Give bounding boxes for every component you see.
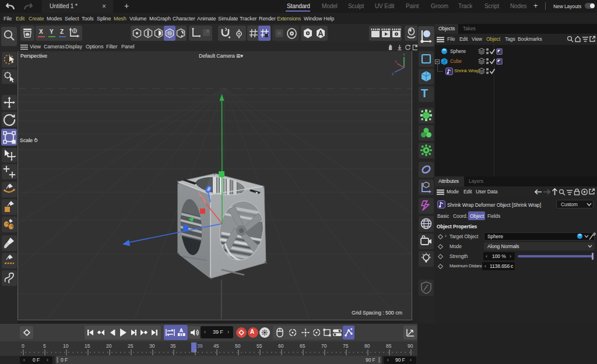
svg-text:Y: Y: [403, 53, 405, 56]
svg-text:Z: Z: [392, 72, 394, 76]
svg-text:X: X: [395, 60, 397, 63]
